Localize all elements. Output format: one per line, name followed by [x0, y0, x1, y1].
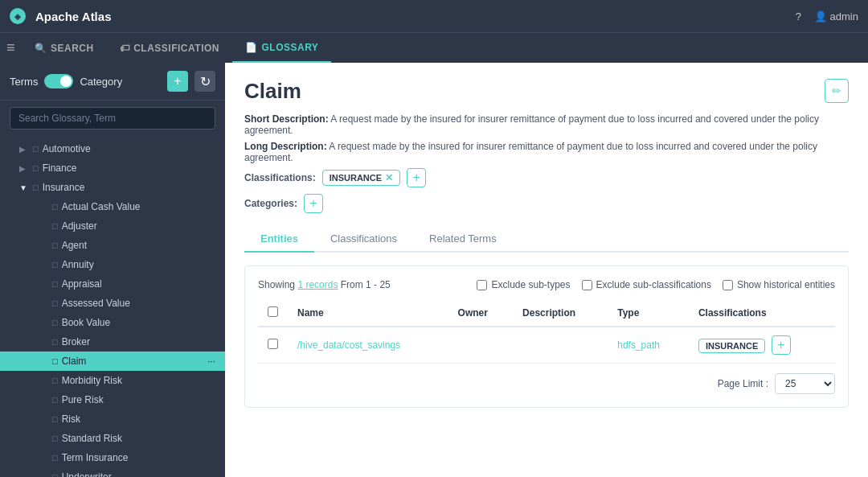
sidebar-item-broker[interactable]: ▶ □ Broker: [0, 332, 225, 352]
sidebar-item-underwriter[interactable]: ▶ □ Underwriter: [0, 467, 225, 477]
page-title: Claim: [244, 79, 301, 104]
record-count: Showing 1 records From 1 - 25: [258, 279, 391, 290]
document-icon: □: [52, 221, 58, 231]
row-description-cell: [513, 327, 608, 364]
sidebar: Terms Category + ↻ ▶ □ Automotive ▶ □ Fi…: [0, 63, 225, 477]
hamburger-menu[interactable]: ≡: [0, 39, 22, 56]
classifications-row: Classifications: INSURANCE ✕ +: [244, 168, 849, 187]
terms-label: Terms: [10, 76, 38, 88]
top-nav-right: ? 👤 admin: [796, 10, 858, 23]
document-icon: □: [52, 260, 58, 269]
long-desc-text: A request made by the insured for insure…: [244, 141, 817, 163]
entity-name-link[interactable]: /hive_data/cost_savings: [297, 339, 400, 351]
sidebar-item-finance[interactable]: ▶ □ Finance: [0, 158, 225, 178]
sidebar-item-actual-cash-value[interactable]: ▶ □ Actual Cash Value: [0, 197, 225, 216]
detail-tabs: Entities Classifications Related Terms: [244, 226, 849, 253]
table-body: /hive_data/cost_savings hdfs_path INSURA…: [258, 327, 835, 364]
remove-classification-button[interactable]: ✕: [385, 172, 393, 183]
sidebar-controls: Terms Category + ↻: [0, 63, 225, 101]
document-icon: □: [52, 414, 58, 424]
chevron-down-icon: ▼: [19, 183, 29, 192]
categories-row: Categories: +: [244, 194, 849, 213]
sidebar-item-standard-risk[interactable]: ▶ □ Standard Risk: [0, 429, 225, 448]
entity-type-link[interactable]: hdfs_path: [617, 339, 660, 351]
add-row-classification-button[interactable]: +: [772, 335, 791, 355]
entities-table: Name Owner Description Type Classificati…: [258, 300, 835, 364]
show-historical-filter[interactable]: Show historical entities: [723, 279, 835, 290]
add-classification-button[interactable]: +: [407, 168, 426, 187]
row-select-checkbox[interactable]: [268, 339, 278, 349]
search-input[interactable]: [10, 107, 215, 130]
select-all-checkbox[interactable]: [268, 306, 278, 317]
sidebar-item-term-insurance[interactable]: ▶ □ Term Insurance: [0, 448, 225, 467]
search-nav-icon: 🔍: [35, 43, 47, 54]
more-options-icon[interactable]: ···: [207, 356, 215, 367]
content-area: Claim ✏ Short Description: A request mad…: [225, 63, 868, 477]
entities-panel: Showing 1 records From 1 - 25 Exclude su…: [244, 265, 849, 408]
sidebar-item-adjuster[interactable]: ▶ □ Adjuster: [0, 216, 225, 236]
add-glossary-button[interactable]: +: [167, 71, 188, 92]
document-icon: □: [52, 202, 58, 212]
sidebar-item-pure-risk[interactable]: ▶ □ Pure Risk: [0, 390, 225, 409]
sidebar-item-morbidity-risk[interactable]: ▶ □ Morbidity Risk: [0, 371, 225, 390]
classifications-label: Classifications:: [244, 172, 316, 183]
add-category-button[interactable]: +: [304, 194, 323, 213]
app-logo-icon: ◈: [10, 8, 26, 24]
record-count-link[interactable]: 1 records: [297, 279, 338, 290]
document-icon: □: [52, 395, 58, 405]
edit-button[interactable]: ✏: [825, 79, 849, 103]
th-owner: Owner: [448, 300, 514, 327]
row-insurance-tag: INSURANCE: [698, 339, 765, 353]
page-limit-select[interactable]: 10 25 50 100: [775, 373, 835, 394]
tab-classifications[interactable]: Classifications: [314, 226, 413, 253]
long-desc-label: Long Description:: [244, 141, 327, 152]
nav-search[interactable]: 🔍 SEARCH: [22, 33, 107, 63]
folder-icon: □: [33, 144, 39, 154]
sidebar-item-book-value[interactable]: ▶ □ Book Value: [0, 313, 225, 332]
pagination-row: Page Limit : 10 25 50 100: [258, 373, 835, 394]
user-menu[interactable]: 👤 admin: [814, 10, 858, 23]
document-icon: □: [52, 318, 58, 327]
sidebar-item-annuity[interactable]: ▶ □ Annuity: [0, 255, 225, 274]
exclude-sub-classifications-checkbox[interactable]: [582, 280, 592, 290]
help-icon[interactable]: ?: [796, 10, 801, 23]
folder-icon: □: [33, 183, 39, 192]
table-header-row: Showing 1 records From 1 - 25 Exclude su…: [258, 279, 835, 290]
long-description: Long Description: A request made by the …: [244, 141, 849, 163]
sidebar-item-risk[interactable]: ▶ □ Risk: [0, 409, 225, 429]
terms-category-toggle[interactable]: [44, 74, 73, 88]
app-title: Apache Atlas: [35, 10, 111, 23]
content-header: Claim ✏: [244, 79, 849, 104]
sidebar-item-appraisal[interactable]: ▶ □ Appraisal: [0, 274, 225, 294]
short-desc-text: A request made by the insured for insure…: [244, 113, 819, 136]
row-type-cell: hdfs_path: [608, 327, 689, 364]
filter-options: Exclude sub-types Exclude sub-classifica…: [477, 279, 835, 290]
row-checkbox-cell: [258, 327, 288, 364]
short-description: Short Description: A request made by the…: [244, 113, 849, 136]
document-icon: □: [52, 337, 58, 347]
sidebar-item-insurance[interactable]: ▼ □ Insurance: [0, 178, 225, 197]
document-icon: □: [52, 279, 58, 289]
sidebar-item-assessed-value[interactable]: ▶ □ Assessed Value: [0, 294, 225, 313]
tab-related-terms[interactable]: Related Terms: [413, 226, 513, 253]
categories-label: Categories:: [244, 198, 297, 209]
document-icon: □: [52, 453, 58, 463]
document-icon: □: [52, 356, 58, 366]
row-name-cell: /hive_data/cost_savings: [288, 327, 448, 364]
exclude-sub-types-filter[interactable]: Exclude sub-types: [477, 279, 570, 290]
nav-classification[interactable]: 🏷 CLASSIFICATION: [107, 33, 232, 63]
sidebar-item-agent[interactable]: ▶ □ Agent: [0, 236, 225, 255]
folder-icon: □: [33, 163, 39, 173]
nav-glossary[interactable]: 📄 GLOSSARY: [232, 33, 331, 63]
exclude-sub-classifications-filter[interactable]: Exclude sub-classifications: [582, 279, 711, 290]
th-description: Description: [513, 300, 608, 327]
chevron-right-icon: ▶: [19, 145, 29, 154]
sidebar-item-automotive[interactable]: ▶ □ Automotive: [0, 139, 225, 158]
document-icon: □: [52, 298, 58, 308]
tab-entities[interactable]: Entities: [244, 226, 314, 253]
exclude-sub-types-checkbox[interactable]: [477, 280, 487, 290]
show-historical-checkbox[interactable]: [723, 280, 733, 290]
sidebar-item-claim[interactable]: ▶ □ Claim ···: [0, 352, 225, 371]
top-nav: ◈ Apache Atlas ? 👤 admin: [0, 0, 868, 32]
refresh-button[interactable]: ↻: [194, 71, 215, 92]
